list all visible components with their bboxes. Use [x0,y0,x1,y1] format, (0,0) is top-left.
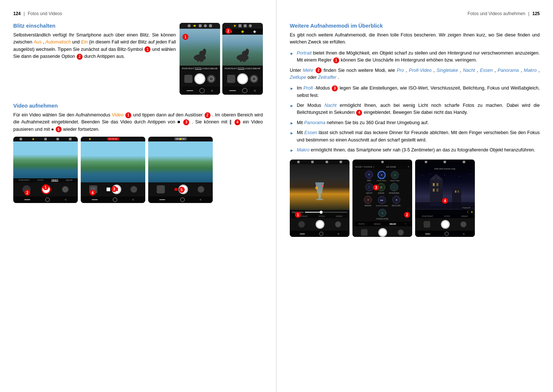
panorama-mode-italic: Panorama [304,120,326,125]
mehr-label-2: MEHR [253,67,261,70]
circle-2-right: 2 [316,67,321,73]
comma-st: , [460,68,463,73]
pro-italic: Pro [397,68,404,73]
portrait-label-2: PORTRAIT [225,67,237,70]
badge-1-phone1: 1 [182,34,188,40]
bullet-makro: ► Makro ermöglicht Ihnen, das Smartphone… [290,147,540,154]
svg-rect-11 [244,59,246,62]
profi-video-italic: Profi-Video [409,68,432,73]
blitz-section: Blitz einschalten Selbstverständlich ver… [13,23,263,95]
zeitlupe-italic: Zeitlupe [290,75,306,80]
horse-image-2 [222,35,263,66]
bullet-nacht: ► Der Modus Nacht ermöglicht Ihnen, auch… [290,102,540,116]
right-page-separator: | [528,11,529,16]
circle-2-video: 2 [205,112,211,118]
nacht-mode-italic: Nacht [324,103,337,108]
foto-label-2: FOTO [238,67,245,70]
svg-point-19 [422,176,423,176]
bullet-profi: ► Im Profi -Modus 3 legen Sie alle Einst… [290,85,540,99]
phone-bottom-bar-2: PORTRAIT FOTO VIDEO MEHR [222,66,263,71]
nav-line-2 [229,90,236,91]
comma-pro: , [406,68,409,73]
svg-point-18 [321,185,324,187]
video-label-1: VIDEO [202,67,210,70]
svg-point-23 [470,174,471,175]
mehr-label-1: MEHR [211,67,218,70]
page-spread: 124 | Fotos und Videos Blitz einschalten… [0,0,553,392]
phone-bottom-bar-1: PORTRAIT FOTO VIDEO MEHR [180,66,220,71]
option-aus: Aus [34,39,42,45]
arrow-makro: ► [290,147,294,154]
option-auto: Automatisch [45,39,71,45]
phone-main-2 [222,35,263,66]
svg-rect-32 [455,190,456,193]
essen-mode-italic: Essen [305,130,317,135]
svg-rect-3 [200,59,202,62]
right-page-title: Fotos und Videos aufnehmen [467,11,525,16]
essen-italic: Essen [480,68,493,73]
blitz-body: Selbstverständlich verfügt Ihr Smartphon… [13,32,176,60]
phone-nav-1: < [180,87,220,95]
phone-nav-2: < [222,87,263,95]
video-images-row: PORTRAIT FOTO VIDEO MEHR [13,137,263,203]
arrow-panorama: ► [290,120,294,126]
portrait-text2: können Sie die Unschärfe im Hintergrund … [341,57,477,63]
left-page-num: 124 [13,11,21,16]
badge-4-video: 4 [90,190,95,196]
svg-rect-16 [316,199,323,200]
comma-pv: , [434,68,437,73]
zeitraffer-italic: Zeitraffer [318,75,336,80]
oder-text: oder [307,75,318,80]
bullet-list-1: ► Portrait bietet Ihnen die Möglichkeit,… [290,50,540,64]
nav-line-1 [187,90,193,91]
makro-text: ermöglicht Ihnen, das Smartphone sehr na… [311,147,535,153]
comma-pa: , [521,68,524,73]
mit-text1: Mit [297,120,304,125]
right-page-num: 125 [532,11,540,16]
left-page-title: Fotos und Videos [28,11,62,16]
bullet-portrait: ► Portrait bietet Ihnen die Möglichkeit,… [290,50,540,64]
foto-label-1: FOTO [195,67,202,70]
right-phone-1: Effektstärke PORTRAIT FOTO VIDEO [290,160,349,237]
svg-point-17 [315,186,318,189]
svg-rect-10 [243,59,244,62]
video-phone-2: 00:00:00 [81,137,145,203]
left-page-separator: | [24,11,25,16]
video-link: Video [112,112,124,118]
svg-point-22 [459,176,460,177]
nav-circle-2 [242,88,247,93]
svg-rect-4 [202,59,203,62]
video-text6: wieder fortsetzen. [63,127,100,132]
panorama-italic: Panorama [498,68,519,73]
video-label-2: VIDEO [245,67,253,70]
badge-4-right: 4 [442,198,448,204]
video-title: Video aufnehmen [13,103,263,109]
bullet-list-2: ► Im Profi -Modus 3 legen Sie alle Einst… [290,85,540,154]
portrait-label-1: PORTRAIT [182,67,195,70]
weitere-title: Weitere Aufnahmemodi im Überblick [290,23,540,29]
badge-1-video: 1 [43,184,49,190]
blitz-title: Blitz einschalten [13,23,176,29]
badge-2-video-phone1: 2 [24,190,30,196]
circle-4-right: 4 [356,110,362,116]
bullet-portrait-text: Portrait bietet Ihnen die Möglichkeit, e… [297,50,540,64]
comma-m: , [539,68,540,73]
nav-circle-1 [199,88,205,93]
weitere-intro: Es gibt noch weitere Aufnahmemodi, die I… [290,32,540,46]
blitz-text4: durch Antippen aus. [84,54,125,59]
blitz-phone-1: PORTRAIT FOTO VIDEO MEHR [180,23,220,95]
circle-1-blitz: 1 [145,46,150,52]
city-svg [415,171,475,210]
svg-rect-29 [433,189,435,192]
svg-rect-13 [246,49,247,51]
comma-n: , [477,68,480,73]
video-section: Video aufnehmen Für ein Video wählen Sie… [13,103,263,203]
arrow-profi: ► [290,85,294,99]
bullet-makro-text: Makro ermöglicht Ihnen, das Smartphone s… [297,147,535,154]
left-page: 124 | Fotos und Videos Blitz einschalten… [0,0,276,392]
und1: und [72,39,81,45]
blitz-text-block: Blitz einschalten Selbstverständlich ver… [13,23,176,95]
nacht-text2: eingeblendet. Bewegen Sie dabei nicht da… [364,110,468,115]
mehr-text: finden Sie noch weitere Modi, wie [324,68,397,73]
arrow-nacht: ► [290,103,294,116]
